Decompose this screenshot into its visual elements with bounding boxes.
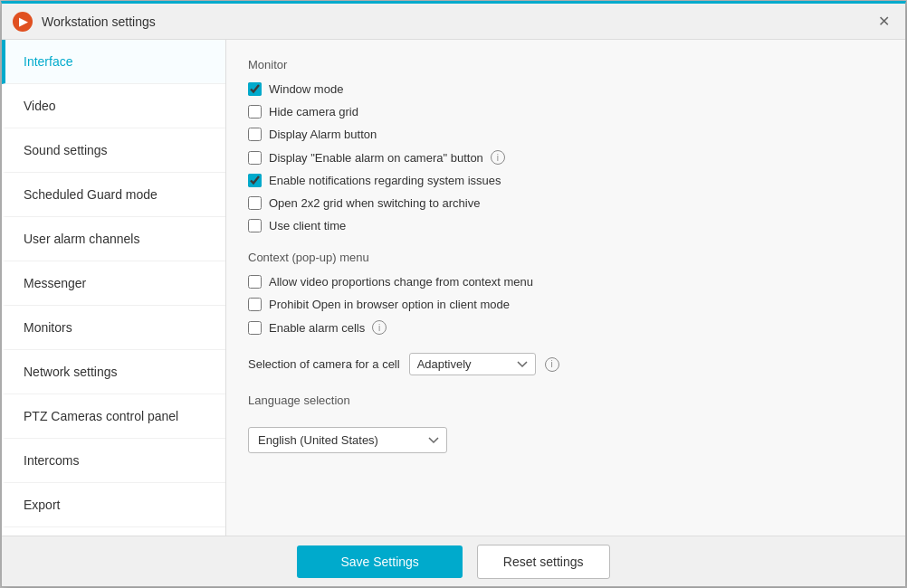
camera-selection-label: Selection of camera for a cell [248,357,400,371]
open-2x2-grid-label[interactable]: Open 2x2 grid when switching to archive [269,196,480,210]
sidebar-item-user-alarm-channels[interactable]: User alarm channels [2,217,225,261]
camera-selection-row: Selection of camera for a cell Adaptivel… [248,353,883,375]
open-2x2-grid-checkbox[interactable] [248,196,262,210]
checkbox-prohibit-open-browser: Prohibit Open in browser option in clien… [248,298,883,311]
prohibit-open-browser-label[interactable]: Prohibit Open in browser option in clien… [269,298,510,311]
use-client-time-label[interactable]: Use client time [269,219,346,232]
context-menu-section-title: Context (pop-up) menu [248,251,883,264]
checkbox-use-client-time: Use client time [248,219,883,232]
checkbox-open-2x2-grid: Open 2x2 grid when switching to archive [248,196,883,210]
sidebar-item-sound-settings[interactable]: Sound settings [2,128,225,173]
sidebar-item-ptz-cameras[interactable]: PTZ Cameras control panel [2,394,225,439]
sidebar-item-monitors[interactable]: Monitors [2,306,225,350]
sidebar-item-interface[interactable]: Interface [2,40,225,84]
language-dropdown[interactable]: English (United States) Русский Deutsch … [248,427,447,453]
save-settings-button[interactable]: Save Settings [297,545,462,578]
footer: Save Settings Reset settings [2,536,905,586]
dialog-title: Workstation settings [42,14,864,29]
sidebar-item-export[interactable]: Export [2,483,225,527]
workstation-settings-dialog: ▶ Workstation settings ✕ Interface Video… [1,1,906,587]
checkbox-enable-alarm-cells: Enable alarm cells i [248,320,883,335]
display-enable-alarm-checkbox[interactable] [248,151,262,165]
reset-settings-button[interactable]: Reset settings [477,545,610,579]
checkbox-enable-notifications: Enable notifications regarding system is… [248,174,883,187]
language-section: Language selection English (United State… [248,394,883,453]
sidebar-item-video[interactable]: Video [2,84,225,128]
enable-alarm-cells-info-icon[interactable]: i [372,320,387,335]
enable-alarm-cells-checkbox[interactable] [248,321,262,335]
display-enable-alarm-info-icon[interactable]: i [491,150,505,165]
close-button[interactable]: ✕ [873,11,894,33]
checkbox-window-mode: Window mode [248,82,883,96]
enable-notifications-checkbox[interactable] [248,174,262,187]
hide-camera-grid-checkbox[interactable] [248,105,262,119]
sidebar-item-scheduled-guard-mode[interactable]: Scheduled Guard mode [2,173,225,217]
sidebar-item-messenger[interactable]: Messenger [2,261,225,306]
camera-selection-dropdown[interactable]: Adaptively Manually Automatically [409,353,536,375]
allow-video-proportions-checkbox[interactable] [248,275,262,289]
allow-video-proportions-label[interactable]: Allow video proportions change from cont… [269,275,533,289]
main-panel: Monitor Window mode Hide camera grid Dis… [226,40,905,536]
checkbox-hide-camera-grid: Hide camera grid [248,105,883,119]
display-enable-alarm-label[interactable]: Display "Enable alarm on camera" button [269,151,483,165]
hide-camera-grid-label[interactable]: Hide camera grid [269,105,358,119]
prohibit-open-browser-checkbox[interactable] [248,298,262,311]
language-section-title: Language selection [248,394,883,407]
window-mode-label[interactable]: Window mode [269,82,343,96]
monitor-section-title: Monitor [248,58,883,71]
sidebar: Interface Video Sound settings Scheduled… [2,40,226,536]
enable-alarm-cells-label[interactable]: Enable alarm cells [269,321,365,335]
window-mode-checkbox[interactable] [248,82,262,96]
display-alarm-button-label[interactable]: Display Alarm button [269,128,377,141]
sidebar-item-network-settings[interactable]: Network settings [2,350,225,394]
checkbox-allow-video-proportions: Allow video proportions change from cont… [248,275,883,289]
titlebar: ▶ Workstation settings ✕ [2,4,905,40]
checkbox-display-enable-alarm: Display "Enable alarm on camera" button … [248,150,883,165]
use-client-time-checkbox[interactable] [248,219,262,232]
sidebar-item-intercoms[interactable]: Intercoms [2,439,225,483]
context-menu-checkboxes: Allow video proportions change from cont… [248,275,883,335]
content-area: Interface Video Sound settings Scheduled… [2,40,905,536]
camera-selection-info-icon[interactable]: i [545,357,559,372]
display-alarm-button-checkbox[interactable] [248,128,262,141]
enable-notifications-label[interactable]: Enable notifications regarding system is… [269,174,501,187]
checkbox-display-alarm-button: Display Alarm button [248,128,883,141]
monitor-checkboxes: Window mode Hide camera grid Display Ala… [248,82,883,232]
app-icon: ▶ [13,12,33,32]
